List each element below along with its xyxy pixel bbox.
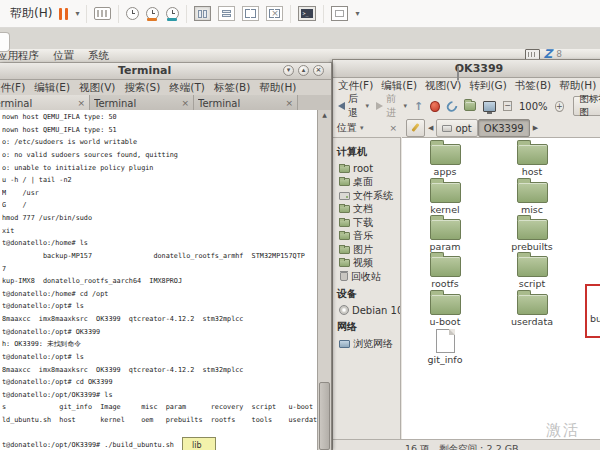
places-caret-icon[interactable]: ▾ <box>360 124 364 132</box>
file-grid[interactable]: bu appshostkernelmiscparamprebuiltsrootf… <box>402 137 600 439</box>
sidebar-item[interactable]: Debian 10... <box>333 304 400 318</box>
terminal-menu-item[interactable]: 帮助(H) <box>259 81 296 95</box>
file-item[interactable]: prebuilts <box>496 215 568 252</box>
back-button[interactable]: 后退 ▾ <box>338 92 369 120</box>
pause-icon[interactable] <box>59 8 68 20</box>
fm-menu-item[interactable]: 视图(V) <box>425 79 461 93</box>
snapshot-revert-icon[interactable] <box>146 7 159 21</box>
terminal-menu-item[interactable]: 文件(F) <box>0 81 25 95</box>
forward-caret-icon[interactable]: ▾ <box>404 102 408 110</box>
terminal-scrollbar[interactable]: ▲ <box>317 110 331 450</box>
tab-close-icon[interactable]: × <box>77 98 85 108</box>
fullscreen-icon[interactable] <box>331 6 348 21</box>
breadcrumb-opt[interactable]: opt <box>436 119 477 137</box>
terminal-menu-item[interactable]: 视图(V) <box>79 81 115 95</box>
file-item[interactable]: kernel <box>409 178 481 215</box>
tab-label: Terminal <box>94 98 181 109</box>
computer-icon[interactable] <box>483 101 496 112</box>
stop-button[interactable] <box>430 101 440 112</box>
scroll-up-icon[interactable]: ▲ <box>318 110 331 120</box>
layout-split-vertical-icon[interactable] <box>194 6 211 21</box>
file-item[interactable]: misc <box>496 178 568 215</box>
breadcrumb-left-icon[interactable]: ◀ <box>428 124 433 132</box>
close-button[interactable]: × <box>313 65 324 76</box>
edit-location-button[interactable] <box>406 119 425 137</box>
places-close-icon[interactable]: × <box>389 123 397 133</box>
terminal-tab[interactable]: Terminal× <box>90 95 194 111</box>
terminal-menu-item[interactable]: 编辑(E) <box>34 81 70 95</box>
places-header[interactable]: 位置 ▾ × <box>333 121 401 135</box>
terminal-tab[interactable]: Terminal× <box>194 95 298 111</box>
terminal-menu-item[interactable]: 标签(B) <box>214 81 250 95</box>
disc-icon <box>339 305 349 315</box>
sidebar-item[interactable]: 视频 <box>333 257 400 271</box>
sidebar-item[interactable]: 桌面 <box>333 176 400 190</box>
breadcrumb-ok3399[interactable]: OK3399 <box>478 119 530 137</box>
sidebar-item[interactable]: 音乐 <box>333 230 400 244</box>
folder-icon <box>339 232 350 240</box>
help-menu[interactable]: 帮助(H) <box>10 5 52 22</box>
panel-menu-item[interactable]: 位置 <box>53 49 74 63</box>
file-item[interactable]: apps <box>409 140 481 177</box>
view-mode-button[interactable]: 图标视图 ▾ <box>573 96 600 116</box>
file-item[interactable]: userdata <box>496 290 568 327</box>
terminal-menu-item[interactable]: 终端(T) <box>169 81 205 95</box>
layout-no-fit-icon[interactable]: × <box>266 6 283 21</box>
zoom-out-button[interactable]: − <box>503 101 512 111</box>
tab-close-icon[interactable]: × <box>285 98 293 108</box>
fm-menu-item[interactable]: 书签(B) <box>515 79 551 93</box>
file-item[interactable]: rootfs <box>409 252 481 289</box>
sidebar-item[interactable]: 下载 <box>333 216 400 230</box>
fm-menu-item[interactable]: 帮助(H) <box>559 79 596 93</box>
maximize-button[interactable]: ▴ <box>298 65 309 76</box>
file-item[interactable]: param <box>409 215 481 252</box>
fm-menu-item[interactable]: 编辑(E) <box>381 79 417 93</box>
sidebar-item[interactable]: root <box>333 162 400 176</box>
terminal-tab[interactable]: Terminal× <box>0 95 90 111</box>
shade-button[interactable]: ▾ <box>283 65 294 76</box>
keyboard-icon[interactable] <box>525 49 540 60</box>
file-item[interactable]: u-boot <box>409 290 481 327</box>
forward-button[interactable]: 前进 ▾ <box>376 92 407 120</box>
terminal-menu-item[interactable]: 搜索(S) <box>124 81 160 95</box>
sidebar-item[interactable]: 回收站 <box>333 270 400 284</box>
terminal-menubar: 文件(F)编辑(E)视图(V)搜索(S)终端(T)标签(B)帮助(H) <box>0 80 331 95</box>
sidebar-item[interactable]: 图片 <box>333 243 400 257</box>
terminal-body[interactable]: nown host QEMU_IFLA type: 50nown host QE… <box>0 110 331 450</box>
home-folder-icon[interactable] <box>464 101 476 111</box>
terminal-toggle-icon[interactable]: >_ <box>298 6 316 21</box>
layout-fit-guest-icon[interactable] <box>242 6 259 21</box>
up-button[interactable]: ↑ <box>414 100 423 113</box>
scrollbar-thumb[interactable] <box>319 382 330 450</box>
file-item[interactable]: git_info <box>409 328 481 365</box>
reload-button[interactable] <box>445 99 460 114</box>
sidebar-item-label: 视频 <box>353 256 373 270</box>
breadcrumb-right-icon[interactable]: ▶ <box>533 124 538 132</box>
fm-menu-item[interactable]: 文件(F) <box>338 79 373 93</box>
sidebar-pull-tab[interactable] <box>0 32 10 52</box>
snapshot-manage-icon[interactable] <box>166 7 179 21</box>
terminal-line: h: OK3399: 未找到命令 <box>2 338 318 351</box>
pause-caret-icon[interactable]: ▾ <box>75 9 79 18</box>
snapshot-icon[interactable] <box>126 7 139 21</box>
sidebar-item[interactable]: 文档 <box>333 203 400 217</box>
folder-icon <box>339 246 350 254</box>
send-ctrl-alt-del-icon[interactable] <box>94 7 111 20</box>
back-caret-icon[interactable]: ▾ <box>366 102 370 110</box>
tray-extra-icon[interactable]: 8 <box>556 49 562 59</box>
sidebar-item[interactable]: 文件系统 <box>333 189 400 203</box>
terminal-titlebar[interactable]: Terminal ▾ ▴ × <box>0 63 331 80</box>
file-item[interactable]: host <box>496 140 568 177</box>
sidebar-item[interactable]: 浏览网络 <box>333 337 400 351</box>
folder-icon <box>517 182 548 203</box>
zoom-in-button[interactable]: + <box>555 101 565 112</box>
fm-menu-item[interactable]: 转到(G) <box>469 79 506 93</box>
file-item[interactable]: script <box>496 252 568 289</box>
tab-close-icon[interactable]: × <box>181 98 189 108</box>
panel-menu-item[interactable]: 系统 <box>88 49 109 63</box>
clock-glyph <box>126 7 139 20</box>
fullscreen-caret-icon[interactable]: ▾ <box>355 9 359 18</box>
layout-split-horizontal-icon[interactable] <box>218 6 235 21</box>
terminal-line: s git_info Image misc param recovery scr… <box>2 401 318 414</box>
file-manager-titlebar[interactable]: OK3399 <box>333 60 600 78</box>
